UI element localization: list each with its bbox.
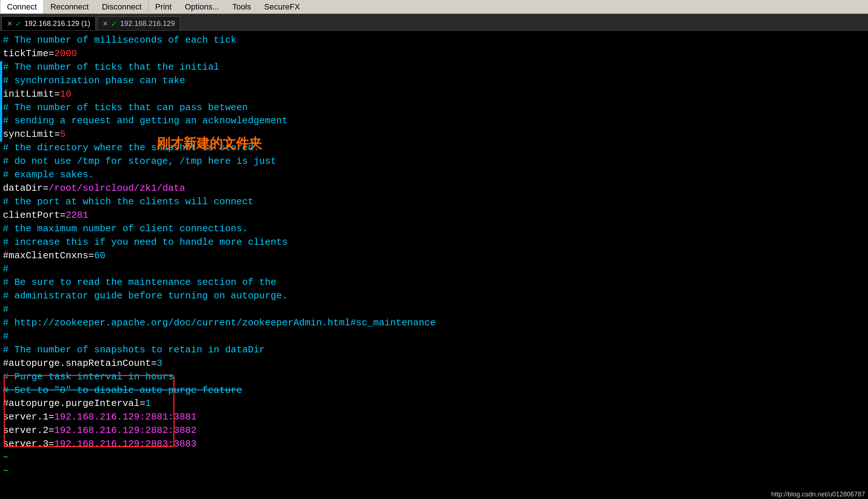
terminal-line: # increase this if you need to handle mo… <box>3 236 867 249</box>
terminal-line: clientPort=2281 <box>3 209 867 222</box>
statusbar: http://blog.csdn.net/u012806787 <box>768 490 868 499</box>
tab-2-label: 192.168.216.129 <box>120 19 175 28</box>
tab-2[interactable]: ✕ ✓ 192.168.216.129 <box>97 16 180 30</box>
terminal[interactable]: # The number of milliseconds of each tic… <box>0 31 868 499</box>
tab-1-label: 192.168.216.129 (1) <box>24 19 90 28</box>
terminal-line: # Purge task interval in hours <box>3 370 867 384</box>
terminal-line: tickTime=2000 <box>3 47 867 61</box>
menu-tools[interactable]: Tools <box>226 0 257 13</box>
terminal-line: ~ <box>3 464 867 478</box>
terminal-line: #autopurge.snapRetainCount=3 <box>3 357 867 370</box>
tab-1-check: ✓ <box>15 19 22 28</box>
terminal-line: initLimit=10 <box>3 88 867 101</box>
terminal-line: ~ <box>3 451 867 464</box>
terminal-line: server.3=192.168.216.129:2883:3883 <box>3 437 867 451</box>
terminal-line: server.2=192.168.216.129:2882:3882 <box>3 424 867 437</box>
terminal-line: # Set to "0" to disable auto purge featu… <box>3 384 867 397</box>
menu-reconnect[interactable]: Reconnect <box>44 0 95 13</box>
terminal-line: # Be sure to read the maintenance sectio… <box>3 276 867 289</box>
terminal-line: #autopurge.purgeInterval=1 <box>3 397 867 410</box>
tab-2-check: ✓ <box>111 19 117 28</box>
terminal-line: #maxClientCnxns=60 <box>3 249 867 263</box>
terminal-line: # sending a request and getting an ackno… <box>3 114 867 128</box>
terminal-line: # the directory where the snapshot is st… <box>3 141 867 155</box>
menubar: Connect Reconnect Disconnect Print Optio… <box>0 0 868 14</box>
tabbar: ✕ ✓ 192.168.216.129 (1) ✕ ✓ 192.168.216.… <box>0 14 868 31</box>
menu-options[interactable]: Options... <box>178 0 226 13</box>
terminal-line: # The number of ticks that can pass betw… <box>3 101 867 115</box>
terminal-line: # synchronization phase can take <box>3 74 867 88</box>
tab-1[interactable]: ✕ ✓ 192.168.216.129 (1) <box>1 16 96 30</box>
terminal-line: # the maximum number of client connectio… <box>3 222 867 236</box>
terminal-line: # <box>3 303 867 316</box>
menu-disconnect[interactable]: Disconnect <box>95 0 148 13</box>
terminal-content: # The number of milliseconds of each tic… <box>3 34 867 478</box>
terminal-line: # the port at which the clients will con… <box>3 195 867 209</box>
tab-2-close[interactable]: ✕ <box>103 20 108 28</box>
terminal-line: # The number of ticks that the initial <box>3 61 867 74</box>
tab-1-close[interactable]: ✕ <box>7 20 12 28</box>
terminal-line: # administrator guide before turning on … <box>3 289 867 303</box>
terminal-line: server.1=192.168.216.129:2881:3881 <box>3 410 867 424</box>
terminal-line: # <box>3 262 867 276</box>
side-indicator <box>0 61 2 142</box>
terminal-line: # The number of snapshots to retain in d… <box>3 343 867 357</box>
terminal-line: # example sakes. <box>3 168 867 182</box>
menu-securefx[interactable]: SecureFX <box>258 0 307 13</box>
menu-connect[interactable]: Connect <box>0 0 44 13</box>
terminal-line: syncLimit=5 <box>3 128 867 141</box>
menu-print[interactable]: Print <box>149 0 178 13</box>
terminal-line: # <box>3 330 867 343</box>
terminal-line: dataDir=/root/solrcloud/zk1/data <box>3 182 867 195</box>
terminal-line: # The number of milliseconds of each tic… <box>3 34 867 47</box>
terminal-line: # http://zookeeper.apache.org/doc/curren… <box>3 316 867 330</box>
terminal-line: # do not use /tmp for storage, /tmp here… <box>3 155 867 168</box>
